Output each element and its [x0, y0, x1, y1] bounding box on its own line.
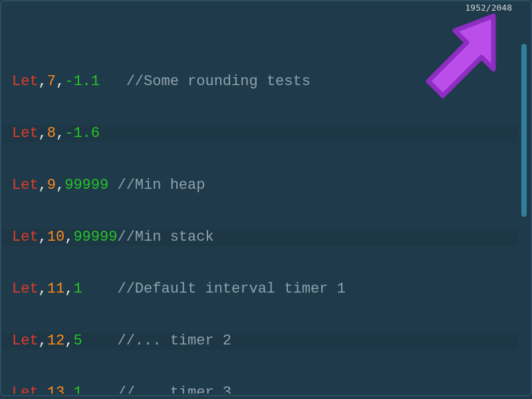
code-line[interactable]: Let,9,99999 //Min heap [3, 177, 517, 194]
scrollbar-thumb[interactable] [521, 44, 527, 217]
code-line[interactable]: Let,11,1 //Default interval timer 1 [3, 281, 517, 298]
cursor-arrow-icon [419, 11, 505, 115]
code-line[interactable]: Let,8,-1.6 [3, 125, 517, 142]
vertical-scrollbar[interactable] [519, 4, 529, 392]
code-editor[interactable]: 1952/2048 Let,7,-1.1 //Some rounding tes… [0, 0, 532, 396]
code-line[interactable]: Let,10,99999//Min stack [3, 229, 517, 246]
code-line[interactable]: Let,12,5 //... timer 2 [3, 332, 517, 350]
code-line[interactable]: Let,13,1 //... timer 3 [3, 384, 517, 394]
